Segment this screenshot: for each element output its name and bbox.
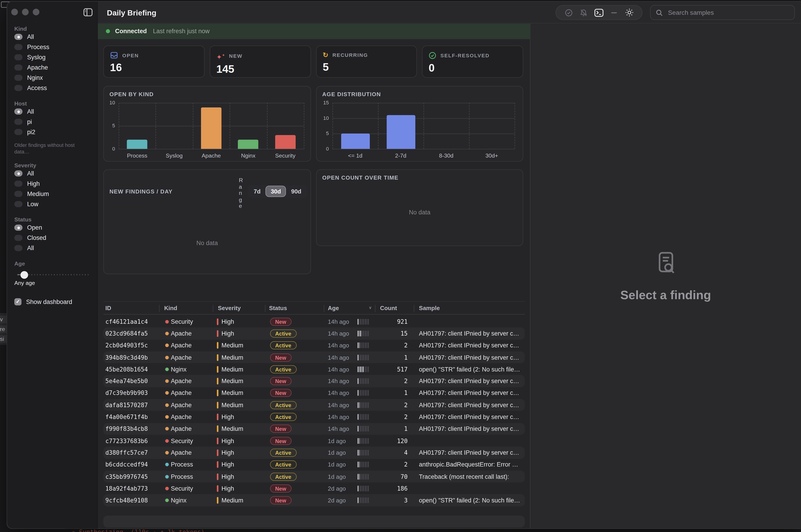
age-sparkline-icon — [357, 438, 369, 443]
cell-kind: Process — [171, 461, 193, 468]
radio-icon — [14, 85, 22, 91]
sidebar-item-kind-nginx[interactable]: Nginx — [14, 73, 90, 83]
cell-id: b6cddccedf94 — [105, 461, 148, 468]
table-row[interactable]: 9cfcb48e9108NginxMediumNew2d ago3open() … — [103, 494, 525, 506]
sidebar-item-status-closed[interactable]: Closed — [14, 233, 90, 243]
table-row[interactable]: f990f83b4cb8ApacheMediumNew14h ago1AH017… — [103, 423, 525, 435]
column-header-status[interactable]: Status — [269, 305, 287, 311]
refresh-icon: ↻ — [323, 52, 329, 58]
range-button-7d[interactable]: 7d — [249, 186, 265, 197]
radio-icon — [14, 64, 22, 71]
cell-severity: High — [222, 318, 234, 325]
column-header-count[interactable]: Count — [380, 305, 397, 311]
age-sparkline-icon — [357, 355, 369, 360]
table-row[interactable]: d380ffc57ce7ApacheHighActive1d ago4AH017… — [103, 447, 525, 459]
sidebar-item-label: pi2 — [27, 129, 35, 136]
sidebar-item-severity-medium[interactable]: Medium — [14, 189, 90, 199]
age-slider[interactable] — [16, 270, 90, 279]
age-sparkline-icon — [357, 450, 369, 456]
search-field[interactable] — [650, 5, 795, 20]
sidebar-item-severity-low[interactable]: Low — [14, 199, 90, 209]
traffic-light-zoom-button[interactable] — [33, 8, 39, 15]
sidebar-item-severity-high[interactable]: High — [14, 178, 90, 189]
sidebar-item-host-pi[interactable]: pi — [14, 117, 90, 127]
column-header-kind[interactable]: Kind — [164, 305, 177, 311]
kind-dot-icon — [165, 451, 169, 455]
sidebar-item-severity-all[interactable]: All — [14, 168, 90, 178]
sidebar-item-host-pi2[interactable]: pi2 — [14, 127, 90, 137]
axis-category-label: 8-30d — [424, 153, 469, 159]
table-row[interactable]: 18a92f4ab773SecurityHighNew2d ago186 — [103, 482, 525, 494]
table-row[interactable]: cf46121aa1c4SecurityHighNew14h ago921 — [103, 316, 525, 327]
slider-thumb[interactable] — [20, 271, 28, 279]
kind-dot-icon — [165, 498, 169, 502]
minimize-icon[interactable] — [610, 8, 619, 17]
sidebar-item-status-open[interactable]: Open — [14, 223, 90, 233]
sidebar-item-host-all[interactable]: All — [14, 107, 90, 117]
age-sparkline-icon — [357, 378, 369, 384]
terminal-icon[interactable] — [594, 8, 603, 17]
cell-id: cf46121aa1c4 — [105, 318, 148, 325]
traffic-light-minimize-button[interactable] — [22, 8, 29, 15]
empty-state-label: No data — [317, 209, 523, 216]
table-row[interactable]: 5e4ea74be5b0ApacheMediumNew14h ago2AH017… — [103, 375, 525, 387]
radio-icon — [14, 44, 22, 50]
show-dashboard-checkbox[interactable]: ✓ Show dashboard — [14, 298, 90, 306]
chart-bar — [386, 115, 415, 149]
document-search-icon — [653, 250, 678, 276]
table-header[interactable]: IDKindSeverityStatusAgeCountSample∨ — [103, 301, 525, 315]
sidebar-item-status-all[interactable]: All — [14, 243, 90, 253]
column-header-severity[interactable]: Severity — [218, 305, 241, 311]
status-badge: Active — [270, 460, 296, 469]
axis-tick-label: 5 — [319, 131, 329, 136]
severity-bar-icon — [217, 390, 219, 396]
axis-category-label: <= 1d — [333, 153, 378, 159]
theme-sun-icon[interactable] — [625, 8, 634, 17]
sidebar-item-label: Syslog — [27, 54, 45, 61]
cell-count: 120 — [369, 437, 408, 444]
sidebar-item-kind-access[interactable]: Access — [14, 83, 90, 93]
table-row[interactable]: f4a00e671f4bApacheHighActive14h ago2AH01… — [103, 411, 525, 423]
notifications-off-icon[interactable] — [579, 8, 588, 17]
sidebar-item-kind-syslog[interactable]: Syslog — [14, 52, 90, 62]
sidebar-item-kind-process[interactable]: Process — [14, 42, 90, 52]
sidebar-toggle-icon[interactable] — [83, 8, 93, 16]
table-row[interactable]: b6cddccedf94ProcessHighActive1d ago2anth… — [103, 459, 525, 470]
cell-id: f4a00e671f4b — [105, 413, 148, 421]
column-header-sample[interactable]: Sample — [419, 305, 440, 311]
status-badge: New — [270, 389, 291, 397]
sidebar-item-kind-all[interactable]: All — [14, 32, 90, 42]
table-row[interactable]: d7c39eb9b903ApacheMediumNew14h ago1AH017… — [103, 387, 525, 399]
table-row[interactable]: dafa81570287ApacheMediumActive14h ago2AH… — [103, 399, 525, 411]
radio-icon — [14, 170, 22, 176]
table-row[interactable]: 023cd9684fa5ApacheHighActive14h ago15AH0… — [103, 328, 525, 339]
search-input[interactable] — [667, 8, 789, 17]
range-button-30d[interactable]: 30d — [266, 186, 286, 197]
chart-age-distribution: AGE DISTRIBUTION 051015<= 1d2-7d8-30d30d… — [316, 86, 523, 162]
severity-bar-icon — [217, 402, 219, 408]
sidebar-group-host: Host All pi pi2Older findings without ho… — [14, 100, 90, 155]
connected-dot-icon — [106, 29, 110, 33]
axis-tick-label: 5 — [105, 123, 115, 129]
table-row[interactable]: 394b89c3d49bApacheMediumNew14h ago1AH017… — [103, 352, 525, 363]
sparkles-icon: ✦✦ — [216, 52, 225, 60]
range-control: 7d30d90d — [248, 185, 308, 198]
column-header-age[interactable]: Age — [328, 305, 339, 311]
cell-sample: AH01797: client IPnied by server co… — [419, 413, 521, 421]
column-header-id[interactable]: ID — [105, 305, 111, 311]
traffic-light-close-button[interactable] — [11, 8, 18, 15]
range-button-90d[interactable]: 90d — [286, 186, 306, 197]
table-row[interactable]: 45be208b1654NginxMediumActive14h ago517o… — [103, 363, 525, 375]
table-row[interactable]: c772337683b6SecurityHighNew1d ago120 — [103, 435, 525, 446]
axis-category-label: Syslog — [156, 153, 193, 159]
table-row[interactable]: 2cb0d4903f5cApacheMediumActive14h ago2AH… — [103, 339, 525, 351]
table-row[interactable]: c35bb9976745ProcessHighActive1d ago70Tra… — [103, 471, 525, 482]
stat-label: SELF-RESOLVED — [440, 53, 489, 58]
axis-tick-label: 10 — [105, 100, 115, 106]
age-sparkline-icon — [357, 497, 369, 503]
sidebar-item-label: Medium — [27, 190, 49, 197]
kind-dot-icon — [165, 391, 169, 395]
sidebar-item-kind-apache[interactable]: Apache — [14, 62, 90, 73]
severity-bar-icon — [217, 378, 219, 384]
check-circle-icon[interactable] — [564, 8, 573, 17]
